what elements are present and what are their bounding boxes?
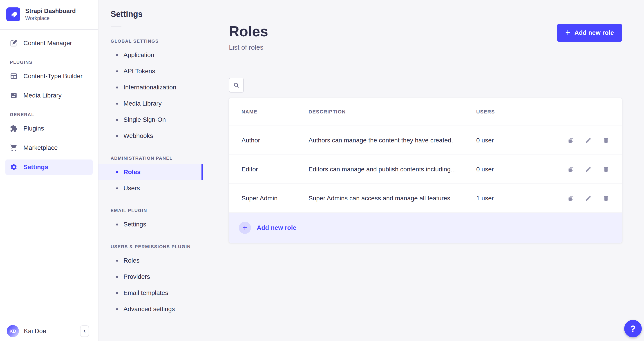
subnav-item-label: Email templates bbox=[124, 289, 168, 297]
question-mark-icon: ? bbox=[630, 324, 636, 334]
subnav-item-label: Application bbox=[124, 51, 154, 59]
subnav-item-label: Internationalization bbox=[124, 84, 176, 91]
subnav-item-up-roles[interactable]: Roles bbox=[98, 253, 203, 269]
role-name: Super Admin bbox=[242, 195, 308, 202]
bullet-icon bbox=[116, 119, 118, 121]
subnav-item-single-sign-on[interactable]: Single Sign-On bbox=[98, 112, 203, 128]
avatar[interactable]: KD bbox=[7, 325, 19, 337]
subnav-item-roles[interactable]: Roles bbox=[98, 164, 203, 180]
add-new-role-row[interactable]: + Add new role bbox=[229, 213, 622, 243]
settings-icon bbox=[10, 163, 18, 171]
table-header-row: NAME DESCRIPTION USERS bbox=[229, 98, 622, 126]
sidebar-item-settings[interactable]: Settings bbox=[6, 159, 93, 175]
media-library-icon bbox=[10, 92, 18, 99]
bullet-icon bbox=[116, 260, 118, 262]
duplicate-role-button[interactable] bbox=[568, 166, 574, 173]
sidebar-item-plugins[interactable]: Plugins bbox=[6, 121, 93, 136]
table-row[interactable]: Author Authors can manage the content th… bbox=[229, 126, 622, 155]
table-row[interactable]: Super Admin Super Admins can access and … bbox=[229, 184, 622, 213]
subnav-divider bbox=[111, 26, 122, 27]
bullet-icon bbox=[116, 54, 118, 56]
subnav-item-label: API Tokens bbox=[124, 68, 155, 75]
trash-icon bbox=[603, 137, 609, 144]
page-heading-block: Roles List of roles bbox=[229, 23, 268, 51]
roles-table: NAME DESCRIPTION USERS Author Authors ca… bbox=[229, 98, 622, 243]
user-name: Kai Doe bbox=[24, 328, 80, 335]
bullet-icon bbox=[116, 224, 118, 226]
sidebar-item-label: Plugins bbox=[24, 125, 44, 132]
edit-icon bbox=[585, 166, 592, 173]
subnav-item-api-tokens[interactable]: API Tokens bbox=[98, 63, 203, 79]
bullet-icon bbox=[116, 308, 118, 310]
duplicate-role-button[interactable] bbox=[568, 137, 574, 144]
help-button[interactable]: ? bbox=[624, 320, 642, 338]
subnav-item-media-library[interactable]: Media Library bbox=[98, 95, 203, 112]
add-new-role-button[interactable]: + Add new role bbox=[557, 24, 622, 42]
subnav-item-providers[interactable]: Providers bbox=[98, 269, 203, 285]
main-content: Roles List of roles + Add new role NAME … bbox=[203, 0, 644, 341]
delete-role-button[interactable] bbox=[603, 195, 609, 202]
search-icon bbox=[233, 82, 240, 88]
subnav-item-email-settings[interactable]: Settings bbox=[98, 216, 203, 233]
app-title: Strapi Dashboard bbox=[25, 7, 76, 15]
plus-icon: + bbox=[565, 28, 570, 37]
edit-role-button[interactable] bbox=[585, 137, 592, 144]
subnav-item-advanced-settings[interactable]: Advanced settings bbox=[98, 301, 203, 317]
sidebar-item-content-manager[interactable]: Content Manager bbox=[6, 35, 93, 51]
add-new-role-label: Add new role bbox=[574, 29, 614, 36]
trash-icon bbox=[603, 195, 609, 202]
subnav-item-label: Users bbox=[124, 185, 140, 192]
marketplace-icon bbox=[10, 144, 18, 152]
duplicate-role-button[interactable] bbox=[568, 195, 574, 202]
sidebar-item-marketplace[interactable]: Marketplace bbox=[6, 140, 93, 155]
bullet-icon bbox=[116, 103, 118, 105]
subnav-item-label: Single Sign-On bbox=[124, 116, 166, 123]
role-users-count: 0 user bbox=[476, 137, 556, 144]
subnav-item-label: Webhooks bbox=[124, 132, 153, 139]
subnav-item-webhooks[interactable]: Webhooks bbox=[98, 128, 203, 144]
content-type-builder-icon bbox=[10, 72, 18, 80]
chevron-left-icon: ‹ bbox=[84, 327, 86, 334]
subnav-item-internationalization[interactable]: Internationalization bbox=[98, 79, 203, 95]
active-indicator bbox=[202, 164, 203, 180]
row-actions bbox=[556, 137, 609, 144]
delete-role-button[interactable] bbox=[603, 137, 609, 144]
edit-role-button[interactable] bbox=[585, 195, 592, 202]
table-row[interactable]: Editor Editors can manage and publish co… bbox=[229, 155, 622, 184]
subnav-title: Settings bbox=[111, 9, 203, 19]
sidebar-item-media-library[interactable]: Media Library bbox=[6, 88, 93, 103]
subnav-item-label: Roles bbox=[124, 257, 140, 264]
bullet-icon bbox=[116, 135, 118, 137]
bullet-icon bbox=[116, 276, 118, 278]
strapi-mark bbox=[8, 9, 18, 19]
page-title: Roles bbox=[229, 23, 268, 39]
search-button[interactable] bbox=[229, 78, 244, 92]
sidebar-item-label: Media Library bbox=[24, 92, 62, 99]
subnav-section-global-settings: GLOBAL SETTINGS bbox=[111, 39, 203, 44]
app-root: Strapi Dashboard Workplace Content Manag… bbox=[0, 0, 644, 341]
subnav-section-email-plugin: EMAIL PLUGIN bbox=[111, 208, 203, 213]
subnav-item-email-templates[interactable]: Email templates bbox=[98, 285, 203, 301]
subnav-item-label: Roles bbox=[124, 168, 140, 176]
bullet-icon bbox=[116, 187, 118, 189]
row-actions bbox=[556, 166, 609, 173]
role-description: Authors can manage the content they have… bbox=[308, 137, 476, 144]
duplicate-icon bbox=[568, 195, 574, 202]
sidebar-item-content-type-builder[interactable]: Content-Type Builder bbox=[6, 68, 93, 84]
edit-icon bbox=[585, 195, 592, 202]
edit-role-button[interactable] bbox=[585, 166, 592, 173]
subnav-item-users[interactable]: Users bbox=[98, 180, 203, 196]
table-toolbar bbox=[229, 78, 622, 92]
subnav-item-label: Media Library bbox=[124, 100, 162, 107]
sidebar-nav: Content Manager PLUGINS Content-Type Bui… bbox=[0, 30, 98, 321]
bullet-icon bbox=[116, 86, 118, 88]
role-users-count: 0 user bbox=[476, 166, 556, 173]
sidebar-collapse-button[interactable]: ‹ bbox=[80, 325, 89, 337]
subnav-item-application[interactable]: Application bbox=[98, 47, 203, 63]
strapi-logo-icon bbox=[6, 7, 20, 21]
workspace-name: Workplace bbox=[25, 15, 76, 21]
delete-role-button[interactable] bbox=[603, 166, 609, 173]
workspace-brand[interactable]: Strapi Dashboard Workplace bbox=[0, 0, 98, 30]
edit-icon bbox=[585, 137, 592, 144]
duplicate-icon bbox=[568, 166, 574, 173]
